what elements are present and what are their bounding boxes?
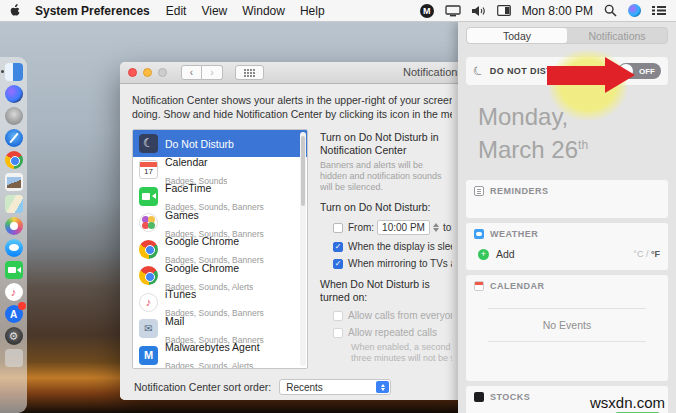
display-mirroring-icon[interactable] — [445, 5, 461, 17]
finder-dock-icon[interactable] — [5, 63, 23, 81]
appstore-badge — [18, 302, 26, 310]
menu-clock[interactable]: Mon 8:00 PM — [522, 4, 593, 18]
app-list-scrollbar[interactable] — [300, 132, 306, 366]
notification-center-description-line2: doing. Show and hide Notification Center… — [132, 108, 452, 122]
repeated-calls-row: Allow repeated calls — [333, 327, 452, 338]
turn-on-dnd-heading: Turn on Do Not Disturb: — [320, 201, 452, 214]
siri-icon[interactable] — [628, 4, 641, 17]
calendar-widget-icon — [474, 281, 484, 291]
calendar-widget: CALENDAR No Events — [466, 275, 668, 381]
maps-dock-icon[interactable] — [5, 195, 23, 213]
app-name: Games — [165, 209, 199, 221]
app-name: iTunes — [165, 288, 196, 300]
allow-calls-label: Allow calls from everyone — [348, 310, 452, 321]
messages-dock-icon[interactable] — [5, 239, 23, 257]
malwarebytes-icon: M — [139, 346, 158, 365]
spotlight-search-icon[interactable] — [604, 4, 617, 17]
menu-help[interactable]: Help — [300, 4, 325, 18]
facetime-dock-icon[interactable] — [5, 261, 23, 279]
app-name: Malwarebytes Agent — [165, 341, 260, 353]
preview-dock-icon[interactable] — [5, 173, 23, 191]
calendar-header: CALENDAR — [490, 281, 545, 291]
mirroring-checkbox[interactable]: ✓ — [333, 259, 343, 269]
time-stepper[interactable] — [433, 223, 439, 232]
malwarebytes-status-icon[interactable]: M — [420, 4, 434, 18]
menu-view[interactable]: View — [201, 4, 227, 18]
dnd-toggle-state: OFF — [639, 67, 655, 76]
temperature-unit-toggle[interactable]: °C / °F — [633, 249, 660, 259]
celsius-option[interactable]: °C / — [633, 249, 651, 259]
moon-icon: ☾ — [471, 62, 487, 79]
display-sleeping-checkbox[interactable]: ✓ — [333, 242, 343, 252]
app-name: Google Chrome — [165, 262, 239, 274]
allow-calls-row: Allow calls from everyone — [333, 310, 452, 321]
itunes-icon: ♪ — [139, 293, 158, 312]
fahrenheit-option[interactable]: °F — [651, 249, 660, 259]
weather-header: WEATHER — [490, 229, 538, 239]
mirroring-label: When mirroring to TVs and proje — [348, 258, 452, 269]
allow-calls-checkbox[interactable] — [333, 311, 343, 321]
games-icon — [139, 213, 158, 232]
watermark-text: wsxdn.com — [590, 394, 665, 411]
chrome-dock-icon[interactable] — [5, 151, 23, 169]
no-events-text: No Events — [474, 309, 660, 341]
when-dnd-on-heading: When Do Not Disturb is turned on: — [320, 278, 452, 304]
itunes-dock-icon[interactable]: ♪ — [5, 283, 23, 301]
from-label: From: — [348, 222, 374, 233]
close-window-button[interactable] — [128, 68, 137, 77]
app-name: Google Chrome — [165, 235, 239, 247]
dnd-heading: Turn on Do Not Disturb in Notification C… — [320, 131, 452, 157]
app-name: Mail — [165, 315, 184, 327]
sort-order-value: Recents — [286, 382, 323, 393]
window-title: Notifications — [368, 66, 464, 78]
menu-edit[interactable]: Edit — [166, 4, 187, 18]
minimize-window-button[interactable] — [143, 68, 152, 77]
system-preferences-dock-icon[interactable]: ⚙ — [5, 327, 23, 345]
app-row-malwarebytes[interactable]: M Malwarebytes AgentBadges, Sounds, Aler… — [133, 342, 307, 369]
forward-button[interactable]: › — [202, 65, 223, 80]
repeated-calls-checkbox[interactable] — [333, 328, 343, 338]
sort-order-select[interactable]: Recents — [279, 379, 391, 395]
app-name: FaceTime — [165, 182, 211, 194]
stocks-header: STOCKS — [490, 392, 530, 402]
volume-icon[interactable] — [472, 5, 486, 17]
facetime-icon — [139, 187, 158, 206]
window-titlebar[interactable]: ‹ › Notifications — [120, 62, 464, 84]
notification-center-icon[interactable] — [652, 5, 666, 16]
notification-app-list: ☾ Do Not Disturb 17 CalendarBadges, Soun… — [132, 129, 308, 369]
schedule-checkbox[interactable] — [333, 223, 343, 233]
repeated-calls-fineprint-line2: three minutes will not be silenced. — [351, 353, 452, 364]
sort-order-label: Notification Center sort order: — [134, 381, 271, 393]
from-time-field[interactable]: 10:00 PM — [377, 220, 430, 235]
screen-pref-icon[interactable] — [497, 5, 511, 16]
chrome-icon — [139, 240, 158, 259]
system-preferences-window: ‹ › Notifications Notification Center sh… — [120, 62, 464, 400]
dnd-schedule-row: From: 10:00 PM to: 7:00 — [333, 220, 452, 235]
tab-today[interactable]: Today — [467, 28, 567, 43]
add-location-label[interactable]: Add — [496, 248, 515, 260]
launchpad-dock-icon[interactable] — [5, 107, 23, 125]
weather-icon — [474, 229, 484, 239]
safari-dock-icon[interactable] — [5, 129, 23, 147]
zoom-window-button[interactable] — [158, 68, 167, 77]
select-stepper-icon — [376, 381, 389, 393]
app-name: Do Not Disturb — [165, 138, 234, 150]
red-arrow-head-icon — [605, 57, 635, 93]
menu-app-name[interactable]: System Preferences — [35, 4, 150, 18]
show-all-preferences-button[interactable] — [235, 65, 264, 80]
appstore-dock-icon[interactable]: A — [5, 305, 23, 323]
add-location-icon[interactable]: + — [478, 249, 489, 260]
siri-dock-icon[interactable] — [5, 85, 23, 103]
trash-dock-icon[interactable] — [5, 349, 23, 367]
repeated-calls-fineprint-line1: When enabled, a second call from th — [351, 342, 452, 353]
menu-window[interactable]: Window — [242, 4, 285, 18]
reminders-icon — [474, 186, 484, 196]
back-button[interactable]: ‹ — [181, 65, 202, 80]
divider — [488, 341, 646, 342]
photos-dock-icon[interactable] — [5, 217, 23, 235]
calendar-icon: 17 — [139, 160, 158, 179]
tab-notifications[interactable]: Notifications — [567, 28, 667, 43]
apple-menu-icon[interactable] — [10, 4, 21, 17]
reminders-widget: REMINDERS — [466, 180, 668, 218]
menu-bar: System Preferences Edit View Window Help… — [0, 0, 676, 22]
